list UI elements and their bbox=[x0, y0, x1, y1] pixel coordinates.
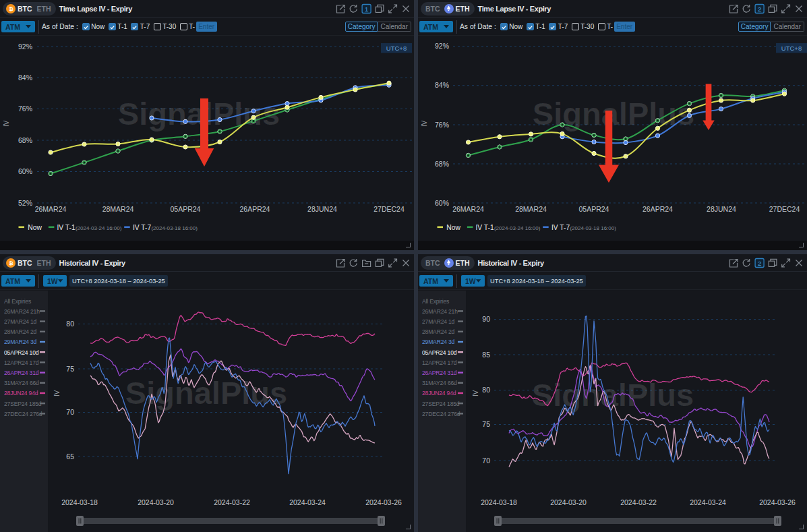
svg-text:SignalPlus: SignalPlus bbox=[118, 96, 280, 131]
svg-text:IV: IV bbox=[53, 390, 61, 396]
svg-text:31MAY24 66d: 31MAY24 66d bbox=[4, 380, 39, 386]
svg-text:26APR24 31d: 26APR24 31d bbox=[4, 370, 39, 376]
svg-text:27SEP24 185d: 27SEP24 185d bbox=[4, 401, 42, 407]
svg-text:05APR24 10d: 05APR24 10d bbox=[422, 349, 457, 356]
svg-text:52%: 52% bbox=[18, 199, 32, 207]
svg-text:2: 2 bbox=[758, 260, 761, 267]
svg-text:68%: 68% bbox=[435, 160, 449, 168]
svg-text:2024-03-18: 2024-03-18 bbox=[481, 498, 517, 506]
svg-text:27DEC24: 27DEC24 bbox=[373, 205, 405, 213]
svg-text:28JUN24 94d: 28JUN24 94d bbox=[422, 390, 456, 396]
svg-text:27MAR24 1d: 27MAR24 1d bbox=[4, 318, 37, 325]
svg-text:1: 1 bbox=[365, 5, 368, 13]
svg-text:85: 85 bbox=[482, 351, 490, 359]
svg-text:28MAR24: 28MAR24 bbox=[515, 205, 547, 213]
svg-text:80: 80 bbox=[482, 386, 490, 394]
svg-text:92%: 92% bbox=[18, 42, 32, 51]
svg-text:12APR24 17d: 12APR24 17d bbox=[422, 359, 457, 366]
svg-text:All Expiries: All Expiries bbox=[4, 298, 31, 305]
svg-text:76%: 76% bbox=[435, 121, 449, 129]
svg-text:75: 75 bbox=[66, 365, 74, 373]
svg-text:2024-03-26: 2024-03-26 bbox=[759, 498, 796, 506]
svg-text:05APR24: 05APR24 bbox=[171, 205, 201, 213]
svg-text:70: 70 bbox=[66, 408, 74, 416]
svg-text:All Expiries: All Expiries bbox=[422, 298, 449, 305]
svg-text:68%: 68% bbox=[18, 136, 32, 144]
svg-text:31MAY24 66d: 31MAY24 66d bbox=[422, 380, 457, 386]
svg-text:27DEC24: 27DEC24 bbox=[769, 205, 800, 213]
svg-text:27MAR24 1d: 27MAR24 1d bbox=[422, 318, 455, 325]
svg-text:28JUN24 94d: 28JUN24 94d bbox=[4, 390, 38, 396]
svg-text:60%: 60% bbox=[18, 167, 32, 175]
svg-text:2024-03-24: 2024-03-24 bbox=[289, 498, 326, 506]
svg-text:92%: 92% bbox=[435, 42, 449, 50]
svg-text:90: 90 bbox=[482, 315, 490, 323]
svg-text:26APR24 31d: 26APR24 31d bbox=[422, 370, 457, 376]
svg-text:76%: 76% bbox=[18, 105, 32, 113]
svg-text:26MAR24 21h: 26MAR24 21h bbox=[4, 308, 40, 315]
svg-text:84%: 84% bbox=[435, 81, 449, 89]
svg-text:UTC+8: UTC+8 bbox=[386, 45, 407, 52]
svg-text:2: 2 bbox=[758, 5, 761, 13]
svg-text:UTC+8: UTC+8 bbox=[781, 45, 802, 52]
svg-text:28JUN24: 28JUN24 bbox=[307, 205, 337, 213]
svg-text:2024-03-20: 2024-03-20 bbox=[550, 498, 587, 506]
svg-text:26MAR24: 26MAR24 bbox=[452, 205, 484, 213]
svg-text:Now: Now bbox=[446, 224, 460, 231]
svg-text:05APR24: 05APR24 bbox=[579, 205, 609, 213]
svg-text:(2024-03-24 16:00): (2024-03-24 16:00) bbox=[76, 225, 122, 231]
svg-text:IV T-7: IV T-7 bbox=[551, 224, 570, 231]
svg-text:2024-03-24: 2024-03-24 bbox=[690, 498, 726, 506]
svg-text:70: 70 bbox=[482, 456, 490, 465]
svg-text:60%: 60% bbox=[435, 199, 449, 207]
svg-text:28MAR24 2d: 28MAR24 2d bbox=[422, 328, 455, 335]
svg-text:26MAR24 21h: 26MAR24 21h bbox=[422, 308, 458, 315]
svg-text:IV T-7: IV T-7 bbox=[133, 224, 152, 231]
svg-text:27SEP24 185d: 27SEP24 185d bbox=[422, 401, 460, 407]
svg-text:28JUN24: 28JUN24 bbox=[707, 205, 736, 213]
svg-text:2024-03-22: 2024-03-22 bbox=[620, 498, 657, 506]
svg-text:28MAR24: 28MAR24 bbox=[102, 205, 134, 213]
svg-text:26MAR24: 26MAR24 bbox=[35, 205, 67, 213]
svg-text:26APR24: 26APR24 bbox=[240, 205, 270, 213]
svg-text:Now: Now bbox=[28, 224, 42, 231]
svg-text:(2024-03-24 16:00): (2024-03-24 16:00) bbox=[494, 225, 541, 231]
svg-text:05APR24 10d: 05APR24 10d bbox=[4, 349, 39, 356]
svg-text:2024-03-26: 2024-03-26 bbox=[365, 498, 402, 506]
svg-text:IV T-1: IV T-1 bbox=[57, 224, 76, 231]
svg-text:2024-03-20: 2024-03-20 bbox=[138, 498, 174, 506]
svg-text:84%: 84% bbox=[18, 73, 32, 82]
svg-text:2024-03-22: 2024-03-22 bbox=[214, 498, 250, 506]
svg-text:27DEC24 276d: 27DEC24 276d bbox=[4, 411, 42, 417]
svg-text:29MAR24 3d: 29MAR24 3d bbox=[422, 338, 455, 345]
svg-text:75: 75 bbox=[482, 420, 490, 428]
svg-text:IV: IV bbox=[421, 120, 428, 127]
svg-text:IV: IV bbox=[472, 390, 479, 396]
svg-text:65: 65 bbox=[66, 452, 74, 461]
svg-text:27DEC24 276d: 27DEC24 276d bbox=[422, 411, 460, 417]
svg-text:(2024-03-18 16:00): (2024-03-18 16:00) bbox=[570, 225, 616, 231]
svg-text:(2024-03-18 16:00): (2024-03-18 16:00) bbox=[151, 225, 198, 231]
svg-text:28MAR24 2d: 28MAR24 2d bbox=[4, 328, 37, 335]
svg-text:12APR24 17d: 12APR24 17d bbox=[4, 359, 39, 366]
svg-text:IV T-1: IV T-1 bbox=[475, 224, 494, 231]
svg-text:29MAR24 3d: 29MAR24 3d bbox=[4, 338, 37, 345]
svg-text:80: 80 bbox=[66, 320, 74, 328]
svg-text:26APR24: 26APR24 bbox=[642, 205, 673, 213]
svg-text:2024-03-18: 2024-03-18 bbox=[61, 498, 98, 506]
svg-text:IV: IV bbox=[3, 120, 10, 127]
